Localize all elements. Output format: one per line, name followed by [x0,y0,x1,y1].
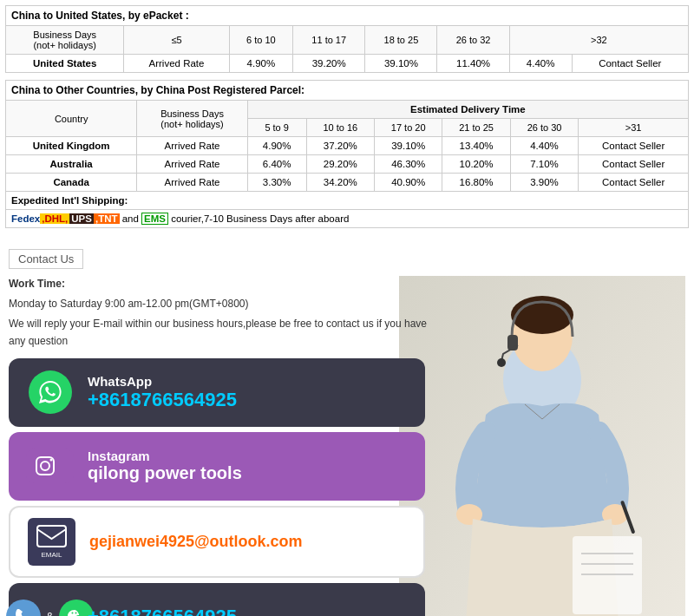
table2-header: China to Other Countries, by China Post … [6,81,689,101]
fedex-label: Fedex [11,213,40,224]
rate-21to25-au: 10.20% [442,155,510,174]
svg-rect-9 [573,536,642,614]
col-gt31: >31 [579,119,689,137]
table-row: Australia Arrived Rate 6.40% 29.20% 46.3… [6,155,689,174]
rate-26to30-au: 7.10% [510,155,578,174]
ampersand: & [46,610,54,616]
expedited-row: Expedited Int'l Shipping: [6,192,689,210]
work-time-label: Work Time: [9,276,434,292]
whatsapp-info: WhatsApp +8618766564925 [88,374,237,411]
rate-17to20-ca: 40.90% [374,174,442,192]
table-row: United States Arrived Rate 4.90% 39.20% … [6,55,689,73]
whatsapp-label: WhatsApp [88,374,237,389]
wechat-card: & +8618766564925 [9,583,425,616]
biz-days-col-header: Business Days(not+ holidays) [137,101,247,137]
col-5to9: 5 to 9 [247,119,306,137]
wechat-number: +8618766564925 [88,606,237,616]
svg-point-14 [41,462,49,470]
table1-header: China to United States, by ePacket : [6,6,689,26]
rate-17to20-uk: 39.10% [374,137,442,155]
contact-section: Contact Us [0,240,694,616]
epacket-table: China to United States, by ePacket : Bus… [5,5,689,73]
instagram-icon [26,442,74,490]
rate-5to9-ca: 3.30% [247,174,306,192]
work-time-reply: We will reply your E-mail within our bus… [9,316,434,349]
whatsapp-number: +8618766564925 [88,389,237,411]
rate-10to16-ca: 34.20% [306,174,374,192]
rate-10to16-au: 29.20% [306,155,374,174]
wechat-phone-icon: & [26,593,74,616]
instagram-label: Instagram [88,449,242,463]
shipping-section: China to United States, by ePacket : Bus… [0,0,694,240]
contact-title: Contact Us [9,249,83,269]
arrived-rate-uk: Arrived Rate [137,137,247,155]
dhl-label: ,DHL, [40,213,69,224]
email-info: gejianwei4925@outlook.com [89,533,303,551]
rate-5to9-au: 6.40% [247,155,306,174]
person-illustration [399,276,685,616]
contact-seller-ca: Contact Seller [579,174,689,192]
country-uk: United Kingdom [6,137,137,155]
svg-rect-16 [37,526,66,547]
col-17to20: 17 to 20 [374,119,442,137]
rate-21to25-uk: 13.40% [442,137,510,155]
rate-10to16-uk: 37.20% [306,137,374,155]
rate-17to20-au: 46.30% [374,155,442,174]
china-post-table: China to Other Countries, by China Post … [5,80,689,228]
contact-seller-au: Contact Seller [579,155,689,174]
est-delivery-header: Estimated Delivery Time [247,101,688,119]
arrived-rate-au: Arrived Rate [137,155,247,174]
email-box-label: EMAIL [41,551,62,559]
courier-cell: Fedex,DHL,UPS,TNT and EMS courier,7-10 B… [6,210,689,228]
instagram-info: Instagram qilong power tools [88,449,242,483]
contact-bg-image [399,276,685,616]
country-ca: Canada [6,174,137,192]
ups-label: UPS [69,213,94,224]
ems-label: EMS [141,213,168,225]
phone-icon [6,600,41,616]
work-time-hours: Monday to Saturday 9:00 am-12.00 pm(GMT+… [9,296,434,312]
contact-seller-uk: Contact Seller [579,137,689,155]
rate-5to9-uk: 4.90% [247,137,306,155]
email-icon: EMAIL [28,518,75,566]
col-21to25: 21 to 25 [442,119,510,137]
instagram-name: qilong power tools [88,463,242,483]
col-10to16: 10 to 16 [306,119,374,137]
tnt-label: ,TNT [94,213,120,224]
instagram-card: Instagram qilong power tools [9,432,425,501]
email-address: gejianwei4925@outlook.com [89,533,303,551]
expedited-header: Expedited Int'l Shipping: [6,192,689,210]
whatsapp-card: WhatsApp +8618766564925 [9,358,425,427]
table-row: United Kingdom Arrived Rate 4.90% 37.20%… [6,137,689,155]
wechat-info: +8618766564925 [88,606,237,616]
contact-left-content: Work Time: Monday to Saturday 9:00 am-12… [9,276,434,616]
svg-point-15 [50,458,53,461]
whatsapp-icon [26,369,74,416]
table-row: Canada Arrived Rate 3.30% 34.20% 40.90% … [6,174,689,192]
svg-point-5 [497,358,506,367]
rate-26to30-ca: 3.90% [510,174,578,192]
arrived-rate-ca: Arrived Rate [137,174,247,192]
country-au: Australia [6,155,137,174]
contact-cards: WhatsApp +8618766564925 [9,358,425,616]
courier-row: Fedex,DHL,UPS,TNT and EMS courier,7-10 B… [6,210,689,228]
col-26to30: 26 to 30 [510,119,578,137]
rate-26to30-uk: 4.40% [510,137,578,155]
country-col-header: Country [6,101,137,137]
rate-21to25-ca: 16.80% [442,174,510,192]
email-card: EMAIL gejianwei4925@outlook.com [9,506,425,578]
